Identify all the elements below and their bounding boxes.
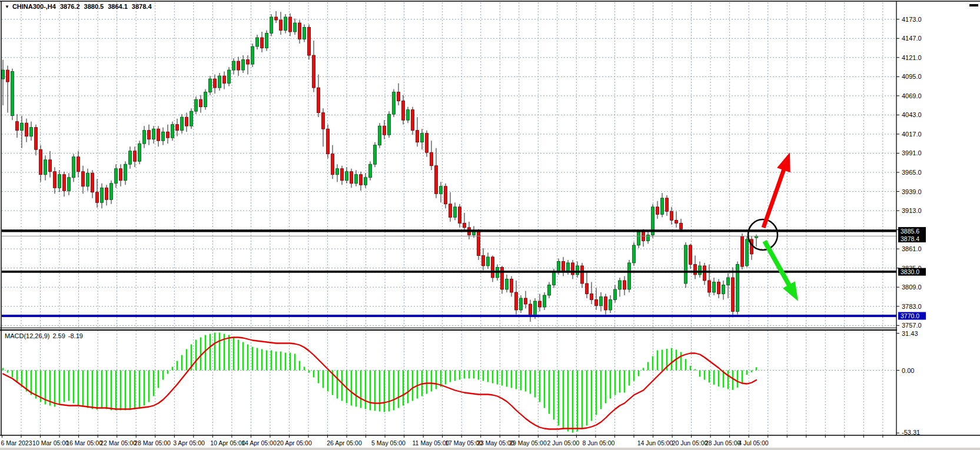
- svg-text:16 Mar 05:00: 16 Mar 05:00: [66, 439, 102, 446]
- chart-canvas[interactable]: 6 Mar 202310 Mar 05:0016 Mar 05:0022 Mar…: [0, 0, 980, 450]
- svg-text:8 Jun 05:00: 8 Jun 05:00: [583, 439, 615, 446]
- price-tag-3830.0: 3830.0: [898, 268, 926, 276]
- macd-label: MACD(12,26,9): [5, 332, 49, 339]
- svg-text:4095.0: 4095.0: [902, 73, 922, 80]
- svg-text:22 Mar 05:00: 22 Mar 05:00: [100, 439, 137, 446]
- svg-text:3939.0: 3939.0: [902, 188, 922, 195]
- price-tag-3885.6: 3885.6: [898, 227, 926, 235]
- macd-signal-value: -8.19: [68, 332, 83, 339]
- macd-main-value: 2.59: [52, 332, 65, 339]
- svg-text:4147.0: 4147.0: [902, 35, 922, 42]
- svg-text:4017.0: 4017.0: [902, 131, 922, 138]
- svg-text:28 Mar 05:00: 28 Mar 05:00: [134, 439, 171, 446]
- svg-text:14 Apr 05:00: 14 Apr 05:00: [241, 439, 277, 446]
- price-axis[interactable]: 4173.04147.04121.04095.04069.04043.04017…: [896, 1, 980, 436]
- svg-text:11 May 05:00: 11 May 05:00: [413, 439, 450, 446]
- ohlc-high: 3880.5: [84, 3, 104, 10]
- svg-text:2 Jun 05:00: 2 Jun 05:00: [547, 439, 580, 446]
- svg-text:3783.0: 3783.0: [902, 303, 922, 310]
- svg-text:10 Mar 05:00: 10 Mar 05:00: [32, 439, 69, 446]
- window-corner-mark[interactable]: [969, 4, 978, 6]
- symbol-ohlc-readout: ▼ CHINA300-,H4 3876.2 3880.5 3864.1 3878…: [5, 3, 156, 10]
- svg-text:3757.0: 3757.0: [902, 322, 922, 329]
- price-tag-3878.4: 3878.4: [898, 235, 926, 242]
- svg-text:3913.0: 3913.0: [902, 207, 922, 214]
- macd-indicator-readout: MACD(12,26,9) 2.59 -8.19: [5, 332, 86, 339]
- svg-text:20 Apr 05:00: 20 Apr 05:00: [277, 439, 312, 446]
- svg-text:26 Apr 05:00: 26 Apr 05:00: [327, 439, 362, 446]
- ohlc-close: 3878.4: [132, 3, 152, 10]
- mt4-chart-window: 6 Mar 202310 Mar 05:0016 Mar 05:0022 Mar…: [0, 0, 980, 450]
- svg-text:3830.0: 3830.0: [901, 268, 919, 275]
- svg-text:0.00: 0.00: [902, 367, 914, 374]
- svg-text:4069.0: 4069.0: [902, 92, 922, 99]
- svg-text:3861.0: 3861.0: [902, 245, 922, 252]
- svg-text:31.43: 31.43: [902, 330, 918, 337]
- svg-text:3770.0: 3770.0: [901, 312, 919, 319]
- panel-separator[interactable]: [0, 328, 980, 331]
- svg-text:4043.0: 4043.0: [902, 111, 922, 118]
- svg-text:4173.0: 4173.0: [902, 16, 922, 23]
- time-axis[interactable]: 6 Mar 202310 Mar 05:0016 Mar 05:0022 Mar…: [0, 435, 980, 450]
- svg-text:6 Mar 2023: 6 Mar 2023: [1, 439, 32, 446]
- svg-text:4121.0: 4121.0: [902, 54, 922, 61]
- svg-text:-53.31: -53.31: [902, 429, 920, 436]
- svg-text:20 Jun 05:00: 20 Jun 05:00: [672, 439, 708, 446]
- price-tag-3770.0: 3770.0: [898, 312, 926, 320]
- svg-text:14 Jun 05:00: 14 Jun 05:00: [637, 439, 673, 446]
- svg-text:10 Apr 05:00: 10 Apr 05:00: [210, 439, 245, 446]
- svg-text:5 May 05:00: 5 May 05:00: [371, 439, 406, 446]
- svg-text:3885.6: 3885.6: [901, 228, 919, 235]
- svg-text:28 Jun 05:00: 28 Jun 05:00: [705, 439, 741, 446]
- ohlc-low: 3864.1: [108, 3, 128, 10]
- symbol-name: CHINA300-,H4: [12, 3, 56, 10]
- svg-text:4 Jul 05:00: 4 Jul 05:00: [738, 439, 769, 446]
- svg-text:3 Apr 05:00: 3 Apr 05:00: [173, 439, 205, 446]
- svg-text:3991.0: 3991.0: [902, 149, 922, 156]
- symbol-dropdown-icon[interactable]: ▼: [5, 4, 9, 9]
- svg-text:29 May 05:00: 29 May 05:00: [509, 439, 547, 446]
- svg-text:3809.0: 3809.0: [902, 284, 922, 291]
- svg-text:3965.0: 3965.0: [902, 169, 922, 176]
- svg-text:3878.4: 3878.4: [901, 235, 919, 242]
- ohlc-open: 3876.2: [60, 3, 80, 10]
